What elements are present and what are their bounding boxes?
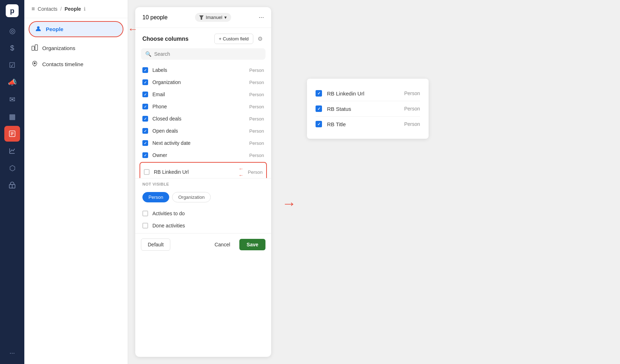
col-type-next-activity: Person bbox=[249, 141, 264, 146]
nav-icon-megaphone[interactable]: 📣 bbox=[4, 74, 20, 90]
info-box-item-rb-status: RB Status Person bbox=[316, 101, 420, 117]
invisible-item-done-activities[interactable]: Done activities bbox=[135, 220, 271, 232]
checkbox-closed-deals[interactable] bbox=[142, 116, 148, 122]
col-name-open-deals: Open deals bbox=[152, 128, 245, 134]
breadcrumb-separator: / bbox=[60, 6, 62, 12]
info-icon: ℹ bbox=[84, 6, 86, 12]
info-box-name-rb-status: RB Status bbox=[327, 106, 399, 112]
info-box-item-rb-title: RB Title Person bbox=[316, 117, 420, 132]
cancel-button[interactable]: Cancel bbox=[208, 239, 237, 250]
col-type-rb-linkedin-url: Person bbox=[248, 169, 263, 175]
nav-icon-cube[interactable]: ⬡ bbox=[4, 160, 20, 176]
svg-marker-13 bbox=[199, 15, 204, 20]
save-button[interactable]: Save bbox=[239, 239, 265, 250]
column-item-organization[interactable]: Organization Person bbox=[135, 76, 271, 88]
info-box-type-rb-linkedin: Person bbox=[404, 90, 420, 96]
checkbox-organization[interactable] bbox=[142, 79, 148, 85]
people-arrow-indicator: ← bbox=[128, 24, 138, 35]
checkbox-phone[interactable] bbox=[142, 104, 148, 109]
column-item-rb-linkedin-url[interactable]: RB Linkedin Url ← ← Person bbox=[140, 163, 266, 178]
tab-person[interactable]: Person bbox=[142, 192, 169, 202]
sidebar: ≡ Contacts / People ℹ People ← Orga bbox=[24, 0, 128, 364]
app-logo: p bbox=[6, 4, 19, 17]
checkbox-activities-to-do[interactable] bbox=[142, 211, 148, 216]
checkbox-rb-linkedin-url[interactable] bbox=[144, 169, 150, 175]
sidebar-item-people-wrapper: People ← bbox=[29, 21, 123, 37]
info-box-type-rb-status: Person bbox=[404, 106, 420, 112]
sidebar-header: ≡ Contacts / People ℹ bbox=[24, 0, 128, 18]
info-box-checkbox-rb-status[interactable] bbox=[316, 105, 322, 112]
search-input[interactable] bbox=[154, 51, 261, 57]
filter-chevron: ▾ bbox=[224, 15, 227, 20]
breadcrumb-people: People bbox=[64, 6, 81, 12]
checkbox-next-activity[interactable] bbox=[142, 140, 148, 146]
nav-more-dots[interactable]: ··· bbox=[9, 349, 15, 360]
contacts-timeline-icon bbox=[31, 60, 38, 68]
invisible-item-label-done: Done activities bbox=[152, 223, 185, 228]
filter-button[interactable]: Imanuel ▾ bbox=[195, 13, 231, 22]
svg-rect-9 bbox=[32, 46, 34, 50]
info-box-checkbox-rb-linkedin[interactable] bbox=[316, 90, 322, 97]
sidebar-item-label-people: People bbox=[46, 26, 63, 32]
checkbox-labels[interactable] bbox=[142, 67, 148, 73]
sidebar-item-contacts-timeline[interactable]: Contacts timeline bbox=[24, 56, 128, 72]
col-type-email: Person bbox=[249, 92, 264, 97]
svg-point-8 bbox=[37, 26, 40, 29]
more-button[interactable]: ··· bbox=[259, 14, 264, 21]
arrows-rb-linkedin: ← ← bbox=[239, 166, 244, 178]
info-box-checkbox-rb-title[interactable] bbox=[316, 121, 322, 127]
nav-icon-calendar[interactable]: ▦ bbox=[4, 109, 20, 124]
icon-nav: p ◎ $ ☑ 📣 ✉ ▦ ← ⬡ ··· bbox=[0, 0, 24, 364]
col-name-owner: Owner bbox=[152, 152, 245, 158]
invisible-item-activities-to-do[interactable]: Activities to do bbox=[135, 207, 271, 220]
column-item-open-deals[interactable]: Open deals Person bbox=[135, 125, 271, 137]
choose-columns-title: Choose columns bbox=[142, 36, 189, 42]
column-item-next-activity-date[interactable]: Next activity date Person bbox=[135, 137, 271, 149]
nav-icon-check[interactable]: ☑ bbox=[4, 57, 20, 73]
custom-field-button[interactable]: + Custom field bbox=[214, 34, 253, 44]
info-box-name-rb-linkedin: RB Linkedin Url bbox=[327, 90, 399, 97]
info-box-type-rb-title: Person bbox=[404, 121, 420, 127]
search-box: 🔍 bbox=[141, 48, 265, 60]
col-name-labels: Labels bbox=[152, 67, 245, 73]
sidebar-item-people[interactable]: People bbox=[29, 21, 123, 37]
main-content: 10 people Imanuel ▾ ··· Choose columns +… bbox=[128, 0, 620, 364]
info-box: RB Linkedin Url Person RB Status Person … bbox=[307, 79, 429, 139]
column-item-phone[interactable]: Phone Person bbox=[135, 100, 271, 113]
col-name-email: Email bbox=[152, 92, 245, 97]
default-button[interactable]: Default bbox=[141, 238, 170, 251]
filter-label: Imanuel bbox=[206, 15, 222, 20]
people-icon bbox=[35, 25, 42, 33]
invisible-items-list: Activities to do Done activities bbox=[135, 206, 271, 233]
column-item-closed-deals[interactable]: Closed deals Person bbox=[135, 113, 271, 125]
checkbox-done-activities[interactable] bbox=[142, 223, 148, 228]
sidebar-item-organizations[interactable]: Organizations bbox=[24, 40, 128, 56]
col-type-closed-deals: Person bbox=[249, 116, 264, 122]
col-name-rb-linkedin-url: RB Linkedin Url bbox=[154, 169, 233, 175]
panel-footer: Default Cancel Save bbox=[135, 233, 271, 256]
nav-icon-analytics[interactable] bbox=[4, 143, 20, 159]
checkbox-email[interactable] bbox=[142, 92, 148, 97]
nav-icon-target[interactable]: ◎ bbox=[4, 23, 20, 39]
not-visible-label: NOT VISIBLE bbox=[135, 178, 271, 188]
organizations-icon bbox=[31, 44, 38, 52]
column-item-owner[interactable]: Owner Person bbox=[135, 149, 271, 161]
info-box-name-rb-title: RB Title bbox=[327, 121, 399, 127]
tabs-row: Person Organization bbox=[135, 188, 271, 206]
column-item-email[interactable]: Email Person bbox=[135, 88, 271, 100]
info-box-item-rb-linkedin: RB Linkedin Url Person bbox=[316, 86, 420, 101]
checkbox-owner[interactable] bbox=[142, 152, 148, 158]
nav-icon-mail[interactable]: ✉ bbox=[4, 92, 20, 107]
menu-icon[interactable]: ≡ bbox=[31, 6, 35, 12]
checkbox-open-deals[interactable] bbox=[142, 128, 148, 134]
search-icon: 🔍 bbox=[145, 51, 151, 57]
nav-icon-dollar[interactable]: $ bbox=[4, 40, 20, 56]
tab-organization[interactable]: Organization bbox=[172, 192, 211, 202]
col-name-closed-deals: Closed deals bbox=[152, 116, 245, 122]
gear-button[interactable]: ⚙ bbox=[256, 34, 264, 44]
column-item-labels[interactable]: Labels Person bbox=[135, 64, 271, 76]
sidebar-item-label-organizations: Organizations bbox=[42, 45, 75, 51]
nav-icon-store[interactable] bbox=[4, 177, 20, 193]
invisible-item-label-activities: Activities to do bbox=[152, 211, 185, 216]
nav-icon-contacts[interactable]: ← bbox=[4, 126, 20, 142]
